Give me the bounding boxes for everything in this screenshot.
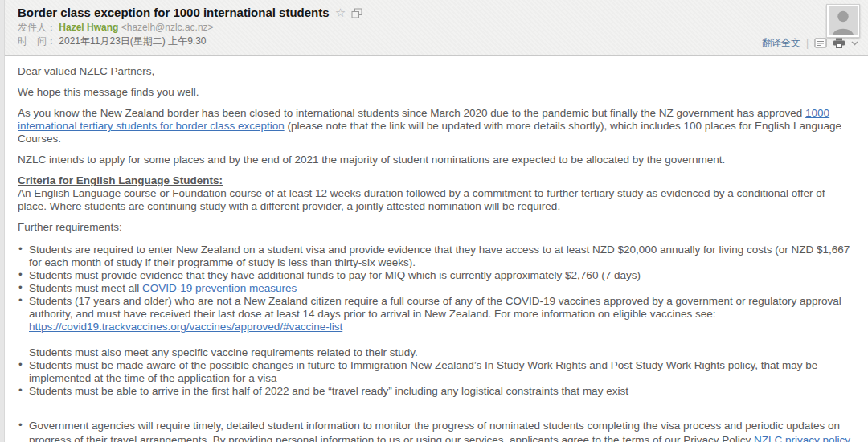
mail-view: Border class exception for 1000 internat… (0, 0, 868, 442)
body-link[interactable]: 1000 international tertiary students for… (18, 107, 829, 132)
mail-body: Dear valued NZLC Partners,We hope this m… (5, 56, 868, 442)
section-heading: Criteria for English Language Students: (18, 174, 854, 187)
printer-icon[interactable] (833, 38, 845, 48)
list-item: •Students must provide evidence that the… (18, 269, 854, 282)
list-item: •Students (17 years and older) who are n… (18, 295, 854, 334)
body-link[interactable]: COVID-19 prevention measures (142, 282, 297, 294)
body-paragraph: An English Language course or Foundation… (18, 187, 854, 213)
time-row: 时 间： 2021年11月23日(星期二) 上午9:30 (5, 35, 868, 48)
bullet-marker: • (18, 358, 23, 371)
list-item: •Government agencies will require timely… (18, 419, 854, 442)
chevron-down-icon[interactable] (851, 41, 858, 46)
header-tools: 翻译全文 | (762, 36, 858, 50)
bullet-marker: • (18, 281, 23, 294)
list-item: •Students must also meet any specific va… (18, 346, 854, 359)
body-paragraph: Dear valued NZLC Partners, (18, 65, 854, 78)
time-label: 时 间： (18, 35, 56, 47)
sender-name[interactable]: Hazel Hwang (59, 22, 118, 33)
time-value: 2021年11月23日(星期二) 上午9:30 (59, 35, 206, 47)
bullet-marker: • (18, 268, 23, 281)
mail-header: Border class exception for 1000 internat… (5, 0, 868, 56)
bullet-marker: • (18, 243, 23, 256)
mail-subject: Border class exception for 1000 internat… (18, 6, 330, 19)
bullet-marker: • (18, 384, 23, 397)
star-icon[interactable]: ☆ (335, 7, 346, 18)
person-silhouette-icon (829, 6, 858, 35)
list-item: •Students must meet all COVID-19 prevent… (18, 282, 854, 295)
from-label: 发件人： (18, 22, 56, 33)
bullet-marker: • (18, 418, 23, 432)
body-paragraph: NZLC intends to apply for some places an… (18, 153, 854, 166)
body-paragraph: As you know the New Zealand border has b… (18, 107, 854, 145)
sender-email: <hazelh@nzlc.ac.nz> (121, 22, 214, 33)
body-link[interactable]: https://covid19.trackvaccines.org/vaccin… (29, 321, 342, 333)
tools-separator: | (806, 38, 809, 49)
note-icon[interactable] (814, 38, 827, 48)
list-item: •Students must be able to arrive in the … (18, 385, 854, 398)
body-paragraph: We hope this message finds you well. (18, 86, 854, 99)
requirements-list: •Students are required to enter New Zeal… (18, 244, 854, 442)
body-paragraph: Further requirements: (18, 221, 854, 234)
list-item: •Students are required to enter New Zeal… (18, 244, 854, 269)
translate-link[interactable]: 翻译全文 (762, 36, 800, 50)
body-link[interactable]: NZLC privacy policy (754, 434, 850, 442)
sender-row: 发件人： Hazel Hwang <hazelh@nzlc.ac.nz> (5, 21, 868, 35)
subject-row: Border class exception for 1000 internat… (5, 0, 868, 21)
bullet-marker: • (18, 294, 23, 307)
avatar[interactable] (826, 4, 860, 38)
list-item: •Students must be made aware of the poss… (18, 359, 854, 385)
open-in-new-window-icon[interactable] (351, 8, 362, 18)
